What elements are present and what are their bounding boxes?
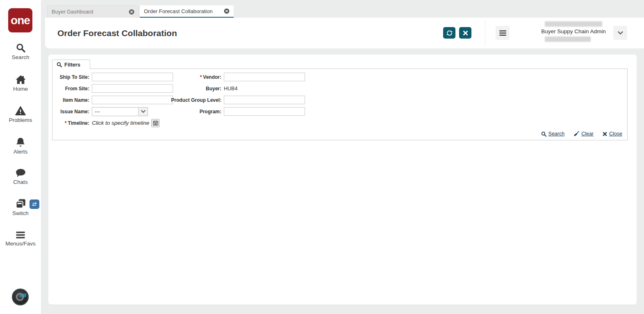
- bell-icon: [16, 137, 25, 147]
- filter-row-item-name: Item Name:: [57, 96, 173, 104]
- chevron-down-icon: [618, 31, 623, 35]
- sidebar: one Search Home Problems Alerts Chats Sw…: [0, 0, 41, 314]
- filters-actions: Search Clear Close: [541, 131, 622, 137]
- chevron-down-icon: [141, 110, 146, 113]
- home-icon: [15, 75, 26, 85]
- filters-tab[interactable]: Filters: [52, 60, 90, 69]
- logo-text: one: [11, 15, 30, 26]
- tab-order-forecast-collaboration[interactable]: Order Forecast Collaboration: [140, 5, 234, 18]
- close-tab-icon[interactable]: [129, 9, 134, 15]
- hamburger-icon: [499, 30, 506, 36]
- field-label: Buyer:: [171, 86, 221, 92]
- filters-search-link[interactable]: Search: [541, 131, 565, 137]
- field-label: Ship To Site:: [57, 74, 89, 80]
- close-page-button[interactable]: [459, 27, 471, 39]
- warning-icon: [15, 106, 26, 116]
- filters-left-column: Ship To Site: From Site: Item Name: Issu…: [57, 73, 173, 130]
- user-role-label: Buyer Suppy Chain Admin: [537, 28, 610, 34]
- sidebar-item-label: Menus/Favs: [5, 241, 36, 247]
- select-value: ---: [92, 108, 138, 116]
- required-marker: *: [65, 120, 67, 126]
- sidebar-item-label: Search: [12, 54, 30, 60]
- calendar-icon: [153, 120, 158, 126]
- from-site-input[interactable]: [92, 84, 173, 93]
- menu-bars-icon: [15, 231, 26, 239]
- sidebar-item-search[interactable]: Search: [0, 43, 41, 60]
- app-root: one Search Home Problems Alerts Chats Sw…: [0, 0, 644, 314]
- tab-label: Buyer Dashboard: [52, 9, 125, 15]
- chat-bubble-icon: [16, 168, 26, 178]
- ship-to-site-input[interactable]: [92, 73, 173, 81]
- redacted-user-name: [545, 21, 602, 27]
- switch-icon: [16, 199, 26, 209]
- close-icon: [463, 30, 468, 36]
- sidebar-item-label: Switch: [12, 210, 29, 216]
- sidebar-item-label: Problems: [9, 117, 32, 123]
- swap-arrows-icon: [32, 202, 37, 206]
- sidebar-item-label: Alerts: [14, 149, 28, 155]
- switch-version-badge[interactable]: [30, 199, 39, 209]
- filters-close-link[interactable]: Close: [603, 131, 622, 137]
- product-group-level-input[interactable]: [224, 96, 305, 104]
- item-name-input[interactable]: [92, 96, 173, 104]
- page-title: Order Forecast Collaboration: [57, 28, 177, 38]
- filter-row-from-site: From Site:: [57, 84, 173, 93]
- sidebar-item-chats[interactable]: Chats: [0, 168, 41, 185]
- field-label: *Timeline:: [57, 120, 89, 126]
- field-label: Program:: [171, 109, 221, 115]
- user-menu-button[interactable]: [613, 26, 627, 40]
- refresh-button[interactable]: [443, 27, 455, 39]
- sidebar-item-menus-favs[interactable]: Menus/Favs: [0, 231, 41, 247]
- assistant-avatar[interactable]: [12, 289, 29, 305]
- filter-row-buyer: Buyer: HUB4: [171, 84, 305, 93]
- tab-buyer-dashboard[interactable]: Buyer Dashboard: [47, 5, 139, 18]
- close-tab-icon[interactable]: [224, 8, 230, 14]
- filter-row-vendor: *Vendor:: [171, 73, 305, 81]
- timeline-calendar-button[interactable]: [151, 119, 159, 127]
- filters-right-column: *Vendor: Buyer: HUB4 Product Group Level…: [171, 73, 305, 119]
- select-chevron-button[interactable]: [138, 108, 148, 116]
- search-icon: [57, 62, 62, 67]
- sidebar-item-label: Home: [13, 86, 28, 92]
- tab-label: Order Forecast Collaboration: [144, 8, 221, 14]
- page-header: Order Forecast Collaboration Buyer Suppy…: [45, 18, 644, 48]
- field-label: Item Name:: [57, 97, 89, 103]
- sidebar-item-label: Chats: [13, 179, 27, 185]
- menu-button[interactable]: [496, 26, 510, 40]
- search-icon: [541, 131, 546, 137]
- sidebar-item-problems[interactable]: Problems: [0, 106, 41, 123]
- broom-icon: [573, 131, 579, 137]
- field-label: From Site:: [57, 86, 89, 92]
- header-divider: [485, 21, 485, 46]
- redacted-user-org: [545, 37, 591, 42]
- sidebar-item-home[interactable]: Home: [0, 75, 41, 92]
- tab-bar: Buyer Dashboard Order Forecast Collabora…: [41, 0, 644, 18]
- search-icon: [16, 43, 26, 53]
- issue-name-select[interactable]: ---: [92, 107, 148, 116]
- vendor-input[interactable]: [224, 73, 305, 81]
- filter-row-timeline: *Timeline: Click to specify timeline: [57, 119, 173, 127]
- filter-row-program: Program:: [171, 107, 305, 116]
- refresh-icon: [446, 30, 453, 37]
- filters-tab-label: Filters: [64, 62, 80, 68]
- field-label: Product Group Level:: [171, 97, 221, 103]
- sidebar-item-alerts[interactable]: Alerts: [0, 137, 41, 155]
- field-label: Issue Name:: [57, 109, 89, 115]
- field-label: *Vendor:: [171, 74, 221, 80]
- timeline-placeholder[interactable]: Click to specify timeline: [92, 120, 149, 126]
- program-input[interactable]: [224, 107, 305, 116]
- required-marker: *: [200, 74, 202, 80]
- filter-row-ship-to-site: Ship To Site:: [57, 73, 173, 81]
- close-icon: [603, 132, 607, 136]
- filter-row-issue-name: Issue Name: ---: [57, 107, 173, 116]
- buyer-value: HUB4: [224, 86, 237, 92]
- content-card: Filters Ship To Site: From Site: Item Na…: [48, 55, 637, 305]
- one-logo[interactable]: one: [8, 8, 32, 32]
- filter-row-product-group-level: Product Group Level:: [171, 96, 305, 104]
- filters-clear-link[interactable]: Clear: [573, 131, 594, 137]
- filters-panel: Ship To Site: From Site: Item Name: Issu…: [52, 69, 628, 140]
